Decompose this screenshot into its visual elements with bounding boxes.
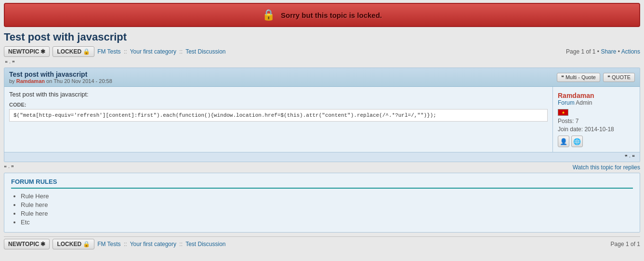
forum-rules-list: Rule HereRule hereRule hereEtc — [11, 192, 633, 226]
post-footer-nav: ❞ · ❝ — [625, 154, 635, 160]
post-meta-prefix: by — [9, 78, 16, 84]
bottom-locked-label: LOCKED — [57, 241, 81, 247]
multiquote-button[interactable]: ❝ Multi - Quote — [557, 73, 600, 82]
join-date: 2014-10-18 — [584, 126, 614, 133]
list-item: Rule here — [21, 210, 633, 217]
post-header-left: Test post with javascript by Ramdaman on… — [9, 70, 112, 84]
bottom-toolbar-left: NEWTOPIC ✱ LOCKED 🔒 FM Tests :: Your fir… — [4, 239, 226, 249]
toolbar-right: Page 1 of 1 • Share • Actions — [566, 48, 640, 55]
multiquote-label: Multi - Quote — [565, 74, 596, 80]
user-posts: Posts: 7 — [558, 118, 635, 124]
forum-rules: FORUM RULES Rule HereRule hereRule hereE… — [4, 173, 640, 233]
post-footer: ❞ · ❝ — [4, 152, 640, 162]
locked-label: LOCKED — [57, 48, 81, 55]
bottom-breadcrumb-test-discussion[interactable]: Test Discussion — [185, 241, 225, 247]
code-label: CODE: — [9, 102, 548, 108]
bottom-quote-nav: ❝ · ❞ Watch this topic for replies — [4, 164, 640, 171]
user-role-forum: Forum — [558, 99, 575, 106]
user-role: Forum Admin — [558, 99, 635, 106]
quote-button[interactable]: ❝ QUOTE — [603, 73, 635, 82]
post-actions: ❝ Multi - Quote ❝ QUOTE — [557, 73, 635, 82]
quote-icon-left: ❝ — [607, 74, 610, 81]
list-item: Rule Here — [21, 192, 633, 200]
post-title: Test post with javascript — [9, 70, 112, 78]
quote-nav-top: ❝ · ❞ — [4, 60, 640, 66]
quote-nav-top-icons: ❝ · ❞ — [5, 60, 15, 66]
post-header: Test post with javascript by Ramdaman on… — [4, 68, 640, 87]
join-label: Join date: — [558, 126, 583, 133]
pagination-top: Page 1 of 1 — [566, 48, 595, 55]
post-body-wrap: Test post with this javascript: CODE: $(… — [4, 87, 640, 152]
topic-title: Test post with javascript — [4, 31, 640, 43]
code-block: $("meta[http-equiv='refresh'][content]:f… — [9, 109, 548, 122]
multiquote-icon-left: ❝ — [561, 74, 564, 81]
user-flag: ★ — [558, 108, 635, 116]
bottom-breadcrumb-fm-tests[interactable]: FM Tests — [97, 241, 120, 247]
bottom-toolbar: NEWTOPIC ✱ LOCKED 🔒 FM Tests :: Your fir… — [4, 239, 640, 249]
locked-button[interactable]: LOCKED 🔒 — [53, 46, 94, 57]
post-meta-suffix: on Thu 20 Nov 2014 - 20:58 — [45, 78, 112, 84]
user-name-link[interactable]: Ramdaman — [558, 92, 594, 99]
watch-topic-link[interactable]: Watch this topic for replies — [573, 164, 640, 171]
bottom-locked-button[interactable]: LOCKED 🔒 — [53, 239, 94, 249]
breadcrumb-sep2: :: — [179, 48, 183, 55]
newtopic-star-icon: ✱ — [40, 48, 45, 55]
post-container: Test post with javascript by Ramdaman on… — [4, 68, 640, 162]
user-website-icon[interactable]: 🌐 — [571, 136, 583, 147]
breadcrumb-sep1: :: — [124, 48, 127, 55]
quote-label: QUOTE — [612, 74, 631, 80]
post-text: Test post with this javascript: — [9, 91, 548, 98]
flag-cn-icon: ★ — [558, 109, 568, 116]
lock-banner: 🔒 Sorry but this topic is locked. — [4, 3, 640, 27]
locked-icon: 🔒 — [83, 48, 90, 55]
breadcrumb-first-category[interactable]: Your first category — [130, 48, 176, 55]
bottom-breadcrumb-first-category[interactable]: Your first category — [130, 241, 176, 247]
lock-icon: 🔒 — [262, 9, 275, 21]
breadcrumb-fm-tests[interactable]: FM Tests — [97, 48, 120, 55]
user-join: Join date: 2014-10-18 — [558, 126, 635, 133]
bottom-quote-icons: ❝ · ❞ — [4, 165, 14, 171]
user-icons: 👤 🌐 — [558, 136, 635, 147]
list-item: Rule here — [21, 201, 633, 208]
lock-banner-text: Sorry but this topic is locked. — [281, 11, 382, 19]
list-item: Etc — [21, 219, 633, 226]
breadcrumb-test-discussion[interactable]: Test Discussion — [185, 48, 225, 55]
post-content: Test post with this javascript: CODE: $(… — [4, 87, 553, 152]
posts-count: 7 — [576, 118, 579, 124]
user-role-admin: Admin — [576, 99, 592, 106]
bottom-newtopic-label: NEWTOPIC — [8, 241, 39, 247]
post-meta: by Ramdaman on Thu 20 Nov 2014 - 20:58 — [9, 78, 112, 84]
breadcrumb: FM Tests :: Your first category :: Test … — [97, 48, 225, 55]
forum-rules-title: FORUM RULES — [11, 178, 633, 189]
posts-label: Posts: — [558, 118, 574, 124]
top-toolbar: NEWTOPIC ✱ LOCKED 🔒 FM Tests :: Your fir… — [4, 46, 640, 57]
newtopic-label: NEWTOPIC — [8, 48, 39, 55]
bottom-newtopic-star-icon: ✱ — [40, 241, 45, 247]
bottom-locked-icon: 🔒 — [83, 241, 90, 247]
share-link[interactable]: Share — [601, 48, 616, 55]
user-profile-icon[interactable]: 👤 — [558, 136, 569, 147]
actions-link[interactable]: Actions — [621, 48, 640, 55]
bottom-newtopic-button[interactable]: NEWTOPIC ✱ — [4, 239, 50, 249]
post-sidebar: Ramdaman Forum Admin ★ Posts: 7 Join dat… — [553, 87, 640, 152]
pagination-bottom: Page 1 of 1 — [611, 241, 640, 247]
post-author-link[interactable]: Ramdaman — [16, 78, 45, 84]
post-title-link[interactable]: Test post with javascript — [9, 70, 87, 78]
bottom-breadcrumb: FM Tests :: Your first category :: Test … — [97, 241, 225, 247]
divider — [4, 236, 640, 237]
toolbar-left: NEWTOPIC ✱ LOCKED 🔒 FM Tests :: Your fir… — [4, 46, 226, 57]
bottom-toolbar-right: Page 1 of 1 — [611, 241, 640, 247]
newtopic-button[interactable]: NEWTOPIC ✱ — [4, 46, 50, 57]
